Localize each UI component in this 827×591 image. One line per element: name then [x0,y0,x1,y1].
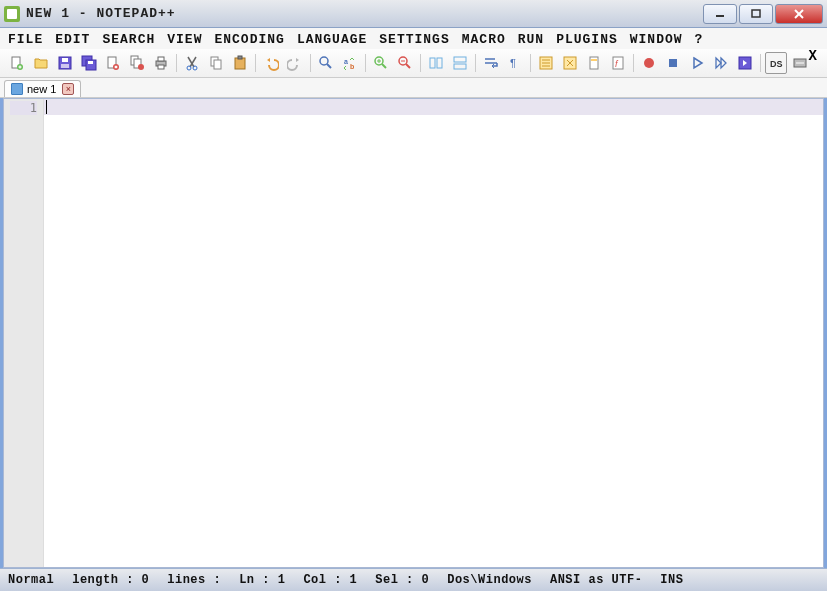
svg-rect-46 [454,64,466,69]
new-file-icon[interactable] [6,52,28,74]
status-lines: lines : [167,573,221,587]
menu-window[interactable]: Window [630,32,683,47]
stop-macro-icon[interactable] [662,52,684,74]
zoom-in-icon[interactable] [370,52,392,74]
editor[interactable]: 1 [3,98,824,568]
menu-view[interactable]: View [167,32,202,47]
svg-line-42 [406,64,410,68]
svg-rect-56 [591,59,597,61]
status-ins: INS [660,573,683,587]
func-list-icon[interactable]: f [607,52,629,74]
menu-encoding[interactable]: Encoding [214,32,284,47]
show-all-chars-icon[interactable]: ¶ [504,52,526,74]
paste-icon[interactable] [229,52,251,74]
svg-text:a: a [344,58,348,65]
svg-rect-44 [437,58,442,68]
svg-rect-10 [61,64,69,68]
save-all-icon[interactable] [78,52,100,74]
svg-line-39 [382,64,386,68]
svg-point-32 [320,57,328,65]
status-filetype: Normal [8,573,54,587]
menu-macro[interactable]: Macro [462,32,506,47]
tabbar: new 1 × [0,78,827,98]
svg-rect-30 [235,58,245,69]
zoom-out-icon[interactable] [394,52,416,74]
menu-language[interactable]: Language [297,32,367,47]
line-gutter: 1 [4,99,44,567]
svg-rect-23 [158,65,164,69]
svg-point-59 [644,58,654,68]
window-title: new 1 - Notepad++ [26,6,703,21]
svg-rect-55 [590,57,598,69]
svg-rect-43 [430,58,435,68]
close-button[interactable] [775,4,823,24]
find-icon[interactable] [315,52,337,74]
close-file-icon[interactable] [102,52,124,74]
menu-edit[interactable]: Edit [55,32,90,47]
menu-settings[interactable]: Settings [379,32,449,47]
status-col: Col : 1 [303,573,357,587]
play-macro-icon[interactable] [686,52,708,74]
status-sel: Sel : 0 [375,573,429,587]
udl-icon[interactable] [559,52,581,74]
text-area[interactable] [44,99,823,567]
status-encoding: ANSI as UTF- [550,573,642,587]
save-icon[interactable] [54,52,76,74]
indent-guide-icon[interactable] [535,52,557,74]
caret-icon [46,100,47,114]
window-controls [703,4,823,24]
menu-run[interactable]: Run [518,32,544,47]
doc-map-icon[interactable] [583,52,605,74]
svg-text:b: b [350,63,354,70]
menubar-close-icon[interactable]: X [809,48,817,64]
save-macro-icon[interactable] [734,52,756,74]
copy-icon[interactable] [205,52,227,74]
svg-rect-31 [238,56,242,59]
menubar: File Edit Search View Encoding Language … [0,28,827,49]
wordwrap-icon[interactable] [480,52,502,74]
print-icon[interactable] [150,52,172,74]
svg-line-33 [327,64,331,68]
toolbar: ab ¶ f DS [0,49,827,78]
titlebar: new 1 - Notepad++ [0,0,827,28]
maximize-button[interactable] [739,4,773,24]
open-file-icon[interactable] [30,52,52,74]
sync-h-icon[interactable] [449,52,471,74]
line-number: 1 [10,101,37,115]
minimize-button[interactable] [703,4,737,24]
svg-rect-45 [454,57,466,62]
svg-text:DS: DS [770,59,783,69]
cut-icon[interactable] [181,52,203,74]
redo-icon[interactable] [284,52,306,74]
app-icon [4,6,20,22]
svg-rect-60 [669,59,677,67]
undo-icon[interactable] [260,52,282,74]
menu-search[interactable]: Search [102,32,155,47]
dspellcheck-icon[interactable]: DS [765,52,787,74]
tab-label: new 1 [27,83,56,95]
svg-rect-29 [214,60,221,69]
svg-point-20 [138,64,144,70]
close-all-icon[interactable] [126,52,148,74]
replace-icon[interactable]: ab [339,52,361,74]
play-multi-icon[interactable] [710,52,732,74]
svg-point-26 [187,66,191,70]
record-macro-icon[interactable] [638,52,660,74]
menu-help[interactable]: ? [695,32,704,47]
menu-file[interactable]: File [8,32,43,47]
sync-v-icon[interactable] [425,52,447,74]
svg-text:¶: ¶ [510,57,516,69]
svg-rect-22 [158,57,164,61]
status-ln: Ln : 1 [239,573,285,587]
statusbar: Normal length : 0 lines : Ln : 1 Col : 1… [0,568,827,591]
tab-close-icon[interactable]: × [62,83,74,95]
file-icon [11,83,23,95]
svg-point-27 [193,66,197,70]
status-length: length : 0 [72,573,149,587]
status-eol: Dos\Windows [447,573,532,587]
svg-rect-13 [88,61,93,64]
svg-rect-1 [752,10,760,17]
tab-new-1[interactable]: new 1 × [4,80,81,97]
menu-plugins[interactable]: Plugins [556,32,618,47]
current-line-highlight [44,99,823,115]
